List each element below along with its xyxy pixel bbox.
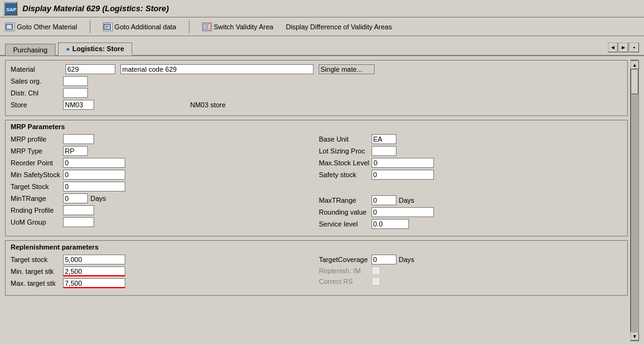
material-row: Material [11, 64, 622, 74]
rounding-value-input[interactable] [372, 207, 434, 217]
max-target-stk-row: Max. target stk [11, 278, 314, 288]
distr-chl-input[interactable] [63, 88, 88, 98]
target-coverage-input[interactable] [372, 255, 396, 265]
vertical-scrollbar: ▲ ▼ [630, 60, 639, 341]
target-stock-mrp-label: Target Stock [11, 183, 60, 190]
max-target-stk-label: Max. target stk [11, 279, 60, 287]
replenish-col-right: TargetCoverage Days Replenish. IM Correc… [319, 255, 623, 290]
service-level-input[interactable] [372, 219, 409, 229]
store-input[interactable] [63, 100, 94, 110]
correct-rs-checkbox[interactable] [372, 277, 380, 286]
store-desc: NM03 store [190, 101, 226, 109]
material-label: Material [11, 66, 60, 73]
scroll-up-btn[interactable]: ▲ [630, 61, 639, 69]
single-mate-input[interactable] [319, 64, 375, 74]
target-coverage-label: TargetCoverage [319, 256, 369, 263]
scroll-left-btn[interactable]: ◄ [608, 42, 618, 52]
window-title: Display Material 629 (Logistics: Store) [22, 4, 169, 13]
tab-logistics-store-label: Logistics: Store [72, 45, 124, 52]
spacer-row [319, 182, 623, 193]
mrp-profile-label: MRP profile [11, 135, 60, 143]
replenish-im-checkbox[interactable] [372, 266, 380, 275]
rnding-profile-input[interactable] [63, 205, 94, 215]
menu-separator-2 [189, 21, 190, 33]
switch-validity-area-menu[interactable]: Switch Validity Area [199, 21, 276, 32]
scroll-thumb[interactable] [631, 69, 638, 94]
base-unit-row: Base Unit [319, 134, 623, 144]
replenish-target-stock-label: Target stock [11, 256, 60, 263]
tab-purchasing[interactable]: Purchasing [5, 44, 55, 56]
mrp-type-label: MRP Type [11, 147, 60, 155]
mrp-type-row: MRP Type [11, 146, 314, 156]
max-target-stk-input[interactable] [63, 278, 125, 288]
tab-scroll-arrows: ◄ ► ▪ [608, 42, 639, 52]
store-row: Store NM03 store [11, 100, 622, 110]
replenish-section-title: Replenishment parameters [11, 243, 622, 251]
tab-logistics-store[interactable]: ● Logistics: Store [58, 42, 132, 56]
base-unit-label: Base Unit [319, 135, 369, 143]
replenish-target-stock-input[interactable] [63, 255, 125, 265]
circle-icon: ● [66, 46, 70, 52]
mrp-type-input[interactable] [63, 146, 88, 156]
target-coverage-row: TargetCoverage Days [319, 255, 623, 265]
replenish-two-col: Target stock Min. target stk Max. target… [11, 255, 622, 290]
target-stock-mrp-row: Target Stock [11, 182, 314, 192]
min-target-stk-label: Min. target stk [11, 268, 60, 275]
material-desc-input[interactable] [120, 64, 314, 74]
uom-group-input[interactable] [63, 217, 94, 227]
max-stock-label: Max.Stock Level [319, 159, 370, 167]
distr-chl-row: Distr. Chl [11, 88, 622, 98]
replenish-im-row: Replenish. IM [319, 266, 623, 275]
reorder-point-input[interactable] [63, 158, 125, 168]
svg-rect-4 [104, 24, 110, 29]
material-input[interactable] [65, 64, 115, 74]
goto-other-material-menu[interactable]: Goto Other Material [2, 21, 80, 32]
switch-icon [202, 22, 212, 31]
safety-stock-label: Safety stock [319, 171, 369, 178]
scroll-max-btn[interactable]: ▪ [629, 42, 639, 52]
safety-stock-input[interactable] [372, 170, 434, 180]
menu-separator [90, 21, 90, 33]
uom-group-label: UoM Group [11, 218, 60, 226]
max-trange-label: MaxTRange [319, 197, 369, 204]
tab-purchasing-label: Purchasing [13, 46, 47, 54]
rounding-value-label: Rounding value [319, 208, 369, 216]
top-fields-section: Material Sales org. Distr. Chl Store NM0… [5, 60, 628, 116]
display-difference-menu[interactable]: Display Difference of Validity Areas [283, 22, 394, 32]
goto-additional-data-menu[interactable]: Goto Additional data [100, 21, 179, 32]
mrp-col-left: MRP profile MRP Type Reorder Point [11, 134, 314, 231]
correct-rs-row: Correct RS [319, 277, 623, 286]
sap-logo: SAP [4, 2, 17, 16]
menu-bar: Goto Other Material Goto Additional data… [0, 17, 644, 36]
max-stock-input[interactable] [372, 158, 434, 168]
mrp-profile-input[interactable] [63, 134, 94, 144]
mrp-col-right: Base Unit Lot Sizing Proc Max.Stock Leve… [319, 134, 623, 231]
sales-org-row: Sales org. [11, 76, 622, 86]
min-trange-input[interactable] [63, 193, 88, 203]
rounding-value-row: Rounding value [319, 207, 623, 217]
scroll-down-btn[interactable]: ▼ [630, 332, 639, 341]
lot-sizing-input[interactable] [372, 146, 396, 156]
min-target-stk-input[interactable] [63, 266, 125, 276]
lot-sizing-label: Lot Sizing Proc [319, 147, 369, 155]
mrp-section: MRP Parameters MRP profile MRP Type [5, 120, 628, 236]
max-trange-input[interactable] [372, 195, 396, 205]
max-trange-days: Days [399, 197, 415, 204]
mrp-two-col: MRP profile MRP Type Reorder Point [11, 134, 622, 231]
min-safety-row: Min SafetyStock [11, 170, 314, 180]
max-trange-row: MaxTRange Days [319, 195, 623, 205]
store-label: Store [11, 101, 60, 109]
scroll-right-btn[interactable]: ► [618, 42, 628, 52]
content-area: Material Sales org. Distr. Chl Store NM0… [5, 60, 628, 341]
base-unit-input[interactable] [372, 134, 396, 144]
target-stock-mrp-input[interactable] [63, 182, 125, 192]
tabs-bar: Purchasing ● Logistics: Store ◄ ► ▪ [0, 36, 644, 56]
scroll-track[interactable] [631, 69, 638, 332]
min-safety-input[interactable] [63, 170, 125, 180]
min-trange-days: Days [90, 195, 106, 202]
max-stock-row: Max.Stock Level [319, 158, 623, 168]
sales-org-input[interactable] [63, 76, 88, 86]
reorder-point-row: Reorder Point [11, 158, 314, 168]
lot-sizing-row: Lot Sizing Proc [319, 146, 623, 156]
rnding-profile-label: Rnding Profile [11, 207, 60, 214]
